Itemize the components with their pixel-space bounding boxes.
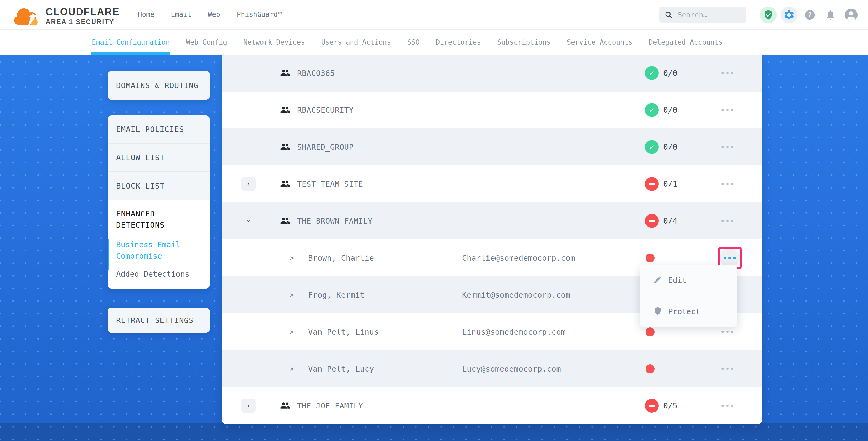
table-row[interactable]: ›THE JOE FAMILY0/5 [222, 387, 762, 424]
check-icon: ✓ [649, 143, 654, 151]
table-row[interactable]: >Van Pelt, LucyLucy@somedemocorp.com [222, 350, 762, 387]
status-badge-blocked [645, 399, 659, 413]
sidebar-item-allow-list[interactable]: ALLOW LIST [107, 144, 210, 172]
sidebar-item-business-email-compromise[interactable]: Business Email Compromise [116, 239, 195, 262]
chevron-right-icon: › [247, 180, 250, 187]
menu-item-edit[interactable]: Edit [640, 265, 737, 296]
minus-icon [649, 405, 655, 407]
tab-email-configuration[interactable]: Email Configuration [92, 30, 170, 55]
policy-items: EMAIL POLICIESALLOW LISTBLOCK LIST [107, 115, 210, 200]
group-icon [280, 179, 290, 189]
protected-count: 0/4 [663, 202, 677, 240]
nav-item-home[interactable]: Home [138, 10, 154, 18]
member-chevron-icon: > [289, 350, 294, 387]
status-dot-flagged [646, 254, 655, 262]
sidebar-item-block-list[interactable]: BLOCK LIST [107, 172, 210, 200]
cloudflare-cloud-icon [13, 4, 43, 26]
svg-text:?: ? [808, 11, 812, 19]
row-context-menu: EditProtect [640, 265, 737, 327]
group-name: THE JOE FAMILY [297, 387, 363, 424]
sidebar: DOMAINS & ROUTING EMAIL POLICIESALLOW LI… [107, 71, 210, 333]
group-name: RBACSECURITY [297, 92, 354, 128]
check-icon: ✓ [649, 69, 654, 77]
notifications-bell-icon[interactable] [822, 6, 839, 23]
check-icon: ✓ [649, 106, 654, 114]
edit-pencil-icon [640, 275, 662, 286]
collapse-group-button[interactable]: › [241, 214, 256, 228]
member-name: Van Pelt, Lucy [308, 350, 374, 387]
minus-icon [649, 220, 655, 222]
menu-item-label: Edit [668, 276, 686, 285]
sidebar-item-label: RETRACT SETTINGS [116, 316, 193, 325]
status-badge-allowed: ✓ [645, 140, 659, 154]
cloudflare-logo[interactable]: CLOUDFLARE AREA 1 SECURITY [13, 3, 120, 26]
page-background: CLOUDFLARE AREA 1 SECURITY HomeEmailWebP… [0, 0, 868, 441]
sidebar-item-email-policies[interactable]: EMAIL POLICIES [107, 115, 210, 144]
group-icon [280, 400, 290, 411]
help-icon[interactable]: ? [801, 6, 818, 23]
nav-item-phishguard[interactable]: PhishGuard™ [237, 10, 282, 18]
sidebar-item-domains-routing[interactable]: DOMAINS & ROUTING [107, 71, 210, 100]
menu-item-label: Protect [668, 307, 700, 316]
settings-gear-icon[interactable] [781, 6, 798, 23]
account-icon[interactable] [843, 6, 860, 23]
member-name: Frog, Kermit [308, 276, 365, 313]
chevron-right-icon: › [247, 402, 250, 409]
tab-users-and-actions[interactable]: Users and Actions [321, 30, 391, 55]
tab-web-config[interactable]: Web Config [186, 30, 227, 55]
nav-item-web[interactable]: Web [208, 10, 220, 18]
tab-sso[interactable]: SSO [407, 30, 420, 55]
shield-check-icon[interactable] [760, 6, 777, 23]
sidebar-item-added-detections[interactable]: Added Detections [116, 269, 195, 280]
tab-delegated-accounts[interactable]: Delegated Accounts [649, 30, 723, 55]
sidebar-item-label: ALLOW LIST [116, 153, 165, 162]
member-chevron-icon: > [289, 240, 294, 276]
sidebar-item-label: DOMAINS & ROUTING [116, 81, 198, 90]
expand-group-button[interactable]: › [241, 399, 256, 413]
row-menu-button[interactable] [721, 128, 734, 165]
header-right: ? [659, 0, 860, 30]
row-menu-button[interactable] [721, 350, 734, 387]
tab-service-accounts[interactable]: Service Accounts [567, 30, 632, 55]
tab-network-devices[interactable]: Network Devices [243, 30, 305, 55]
tab-subscriptions[interactable]: Subscriptions [497, 30, 551, 55]
row-menu-button[interactable] [721, 165, 734, 202]
member-name: Brown, Charlie [308, 240, 374, 276]
table-row[interactable]: RBACO365✓0/0 [222, 55, 762, 92]
search-input[interactable] [678, 11, 735, 19]
search-box[interactable] [659, 6, 746, 23]
ellipsis-icon [724, 257, 736, 259]
logo-subtitle: AREA 1 SECURITY [45, 18, 120, 26]
group-name: RBACO365 [297, 55, 335, 92]
group-icon [280, 105, 290, 115]
sidebar-item-retract-settings[interactable]: RETRACT SETTINGS [107, 308, 210, 333]
status-badge-blocked [645, 177, 659, 191]
status-dot-flagged [646, 365, 655, 373]
group-icon [280, 68, 290, 78]
tab-directories[interactable]: Directories [436, 30, 481, 55]
active-item-indicator [107, 239, 110, 270]
secondary-nav: Email ConfigurationWeb ConfigNetwork Dev… [0, 30, 868, 55]
menu-item-protect[interactable]: Protect [640, 296, 737, 327]
sidebar-item-label: EMAIL POLICIES [116, 125, 184, 134]
group-name: TEST TEAM SITE [297, 165, 363, 202]
nav-item-email[interactable]: Email [171, 10, 191, 18]
row-menu-button[interactable] [721, 55, 734, 92]
logo-title: CLOUDFLARE [45, 6, 120, 17]
table-row[interactable]: SHARED_GROUP✓0/0 [222, 128, 762, 165]
expand-group-button[interactable]: › [241, 177, 256, 191]
protected-count: 0/0 [663, 128, 677, 165]
status-badge-allowed: ✓ [645, 103, 659, 117]
row-menu-button[interactable] [721, 92, 734, 128]
member-email: Lucy@somedemocorp.com [462, 350, 561, 387]
member-email: Kermit@somedemocorp.com [462, 276, 570, 313]
status-dot-flagged [646, 327, 655, 336]
row-menu-button[interactable] [721, 202, 734, 240]
protect-shield-icon [640, 306, 662, 317]
table-row[interactable]: ›TEST TEAM SITE0/1 [222, 165, 762, 202]
group-icon [280, 141, 290, 152]
row-menu-button[interactable] [721, 387, 734, 424]
table-row[interactable]: ›THE BROWN FAMILY0/4 [222, 202, 762, 240]
table-row[interactable]: RBACSECURITY✓0/0 [222, 92, 762, 128]
primary-nav: HomeEmailWebPhishGuard™ [138, 10, 282, 18]
